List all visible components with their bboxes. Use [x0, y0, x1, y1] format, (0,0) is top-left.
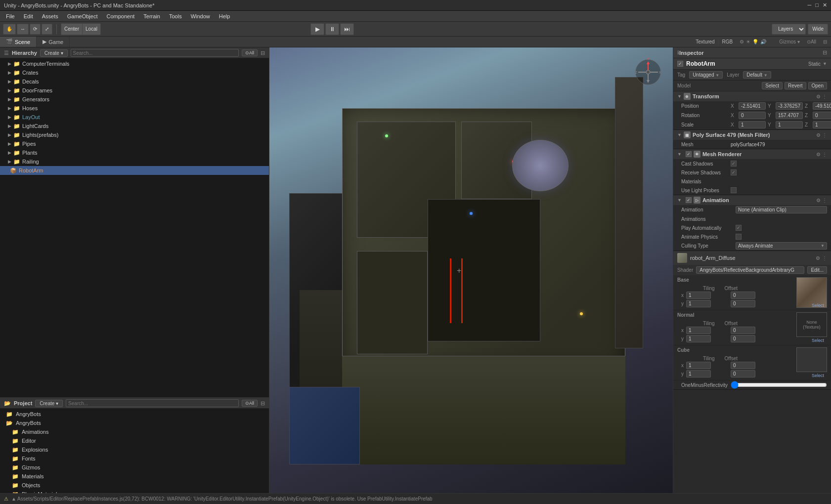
h-item-lightcards[interactable]: ▶📁LightCards	[0, 122, 269, 130]
tab-scene[interactable]: 🎬 Scene	[0, 37, 37, 47]
proj-item-animations[interactable]: 📁Animations	[0, 427, 269, 436]
select-btn[interactable]: Select	[762, 82, 783, 89]
pos-y-field[interactable]	[776, 102, 803, 110]
project-create-btn[interactable]: Create ▾	[35, 400, 63, 407]
scene-btn-1[interactable]: ⚙	[740, 39, 744, 44]
menu-gameobject[interactable]: GameObject	[63, 12, 102, 20]
all-btn[interactable]: ⊙All	[807, 39, 816, 44]
shader-value[interactable]: AngryBots/ReflectiveBackgroundArbitraryG	[696, 266, 804, 274]
use-light-probes-checkbox[interactable]	[731, 187, 737, 193]
step-button[interactable]: ⏭	[340, 23, 354, 35]
animate-physics-checkbox[interactable]	[736, 234, 742, 240]
rgb-label[interactable]: RGB	[722, 39, 733, 44]
maximize-scene-btn[interactable]: ⊟	[823, 39, 827, 44]
pos-z-field[interactable]	[813, 102, 831, 110]
proj-item-materials[interactable]: 📁Materials	[0, 472, 269, 481]
cube-tile-x-field[interactable]	[686, 362, 711, 369]
transform-header[interactable]: ▼ ⊕ Transform ⚙ ⋮	[673, 91, 831, 101]
receive-shadows-checkbox[interactable]: ✓	[731, 169, 737, 175]
rot-x-field[interactable]	[739, 112, 766, 119]
h-item-robotarm[interactable]: 📦RobotArm	[0, 166, 269, 175]
mesh-renderer-menu-btn[interactable]: ⚙ ⋮	[816, 152, 827, 157]
menu-terrain[interactable]: Terrain	[139, 12, 164, 20]
gizmos-btn[interactable]: Gizmos ▾	[779, 39, 800, 44]
menu-assets[interactable]: Assets	[38, 12, 62, 20]
h-item-plants[interactable]: ▶📁Plants	[0, 148, 269, 157]
h-item-generators[interactable]: ▶📁Generators	[0, 95, 269, 104]
transform-hand-btn[interactable]: ✋	[3, 24, 16, 35]
transform-menu-btn[interactable]: ⚙ ⋮	[816, 94, 827, 99]
hierarchy-create-btn[interactable]: Create ▾	[40, 49, 68, 57]
proj-item-gizmos[interactable]: 📁Gizmos	[0, 463, 269, 472]
menu-edit[interactable]: Edit	[20, 12, 37, 20]
hierarchy-minimize-btn[interactable]: ⊟	[261, 50, 265, 56]
minimize-btn[interactable]: ─	[808, 2, 812, 8]
proj-item-explosions[interactable]: 📁Explosions	[0, 445, 269, 454]
open-btn[interactable]: Open	[808, 82, 827, 89]
material-menu-btn[interactable]: ⚙	[816, 255, 820, 261]
material-more-btn[interactable]: ⋮	[822, 255, 827, 261]
base-tile-y-field[interactable]	[686, 300, 711, 307]
transform-move-btn[interactable]: ↔	[17, 24, 29, 35]
menu-help[interactable]: Help	[215, 12, 234, 20]
h-item-railing[interactable]: ▶📁Railing	[0, 157, 269, 166]
mesh-renderer-header[interactable]: ▼ ✓ 👁 Mesh Renderer ⚙ ⋮	[673, 149, 831, 159]
scale-y-field[interactable]	[776, 121, 803, 128]
mesh-renderer-checkbox[interactable]: ✓	[686, 151, 692, 157]
cube-tile-y-field[interactable]	[686, 370, 711, 378]
hierarchy-search[interactable]	[71, 49, 239, 57]
layers-dropdown[interactable]: Layers	[772, 24, 806, 35]
animation-header[interactable]: ▼ ✓ ▷ Animation ⚙ ⋮	[673, 195, 831, 205]
one-minus-slider[interactable]	[731, 382, 827, 388]
animation-clip-field[interactable]: None (Animation Clip)	[736, 206, 827, 213]
close-btn[interactable]: ✕	[823, 2, 827, 8]
culling-type-field[interactable]: Always Animate ▼	[736, 242, 827, 250]
h-item-lights[interactable]: ▶📁Lights(prefabs)	[0, 130, 269, 139]
scene-btn-4[interactable]: 🔊	[760, 39, 766, 44]
scale-z-field[interactable]	[813, 121, 831, 128]
normal-tile-x-field[interactable]	[686, 327, 711, 334]
mesh-filter-header[interactable]: ▼ ▦ Poly Surface 479 (Mesh Filter) ⚙ ⋮	[673, 130, 831, 140]
maximize-btn[interactable]: □	[815, 2, 819, 8]
revert-btn[interactable]: Revert	[785, 82, 806, 89]
mesh-filter-menu-btn[interactable]: ⚙ ⋮	[816, 132, 827, 138]
center-btn[interactable]: Center	[61, 24, 83, 35]
hierarchy-all-tag[interactable]: ⊙All	[242, 49, 258, 56]
static-dropdown-arrow[interactable]: ▼	[823, 61, 827, 66]
h-item-decals[interactable]: ▶📁Decals	[0, 77, 269, 86]
cube-off-x-field[interactable]	[731, 362, 755, 369]
textured-label[interactable]: Textured	[696, 39, 714, 44]
h-item-computerterminals[interactable]: ▶📁ComputerTerminals	[0, 59, 269, 68]
h-item-pipes[interactable]: ▶📁Pipes	[0, 139, 269, 148]
local-btn[interactable]: Local	[83, 24, 100, 35]
h-item-layout[interactable]: ▶📁LayOut	[0, 113, 269, 122]
proj-item-editor[interactable]: 📁Editor	[0, 436, 269, 445]
cast-shadows-checkbox[interactable]: ✓	[731, 161, 737, 167]
animation-menu-btn[interactable]: ⚙ ⋮	[816, 198, 827, 203]
base-off-y-field[interactable]	[731, 300, 755, 307]
menu-component[interactable]: Component	[102, 12, 138, 20]
pos-x-field[interactable]	[739, 102, 766, 110]
cube-select-btn[interactable]: Select	[812, 373, 824, 378]
animation-checkbox[interactable]: ✓	[686, 197, 692, 203]
base-tile-x-field[interactable]	[686, 292, 711, 299]
normal-off-x-field[interactable]	[731, 327, 755, 334]
layer-dropdown[interactable]: Default ▼	[743, 71, 771, 79]
project-search[interactable]	[66, 399, 239, 407]
h-item-doorframes[interactable]: ▶📁DoorFrames	[0, 86, 269, 95]
normal-off-y-field[interactable]	[731, 335, 755, 342]
project-all-tag[interactable]: ⊙All	[242, 400, 258, 407]
tag-dropdown[interactable]: Untagged ▼	[689, 71, 723, 79]
rot-z-field[interactable]	[813, 112, 831, 119]
object-enabled-checkbox[interactable]: ✓	[677, 61, 683, 67]
project-minimize-btn[interactable]: ⊟	[261, 400, 265, 407]
proj-item-angrybots1[interactable]: 📁AngryBots	[0, 410, 269, 419]
cube-off-y-field[interactable]	[731, 370, 755, 378]
shader-edit-btn[interactable]: Edit...	[807, 266, 827, 274]
play-button[interactable]: ▶	[310, 23, 324, 35]
tab-game[interactable]: ▶ Game	[37, 37, 70, 47]
wide-layout-btn[interactable]: Wide	[808, 24, 828, 35]
menu-tools[interactable]: Tools	[165, 12, 186, 20]
transform-rotate-btn[interactable]: ⟳	[30, 24, 41, 35]
h-item-crates[interactable]: ▶📁Crates	[0, 68, 269, 77]
